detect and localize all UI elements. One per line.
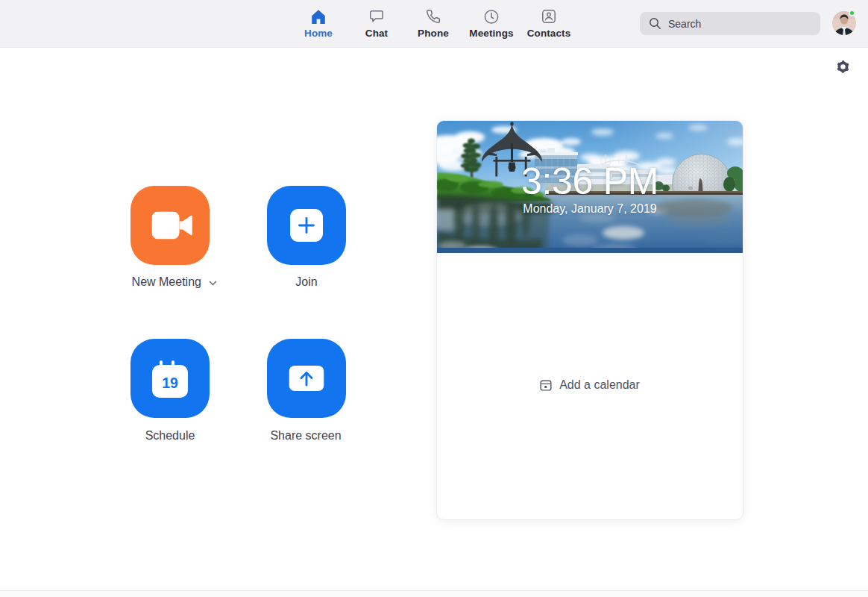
svg-text:19: 19	[162, 375, 178, 391]
